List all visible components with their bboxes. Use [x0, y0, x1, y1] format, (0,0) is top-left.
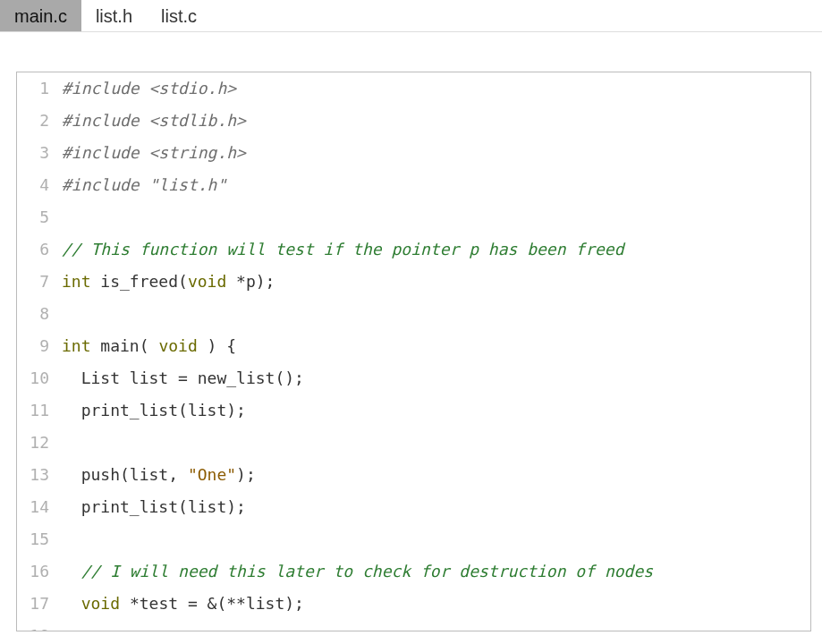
- line-number: 6: [17, 233, 58, 266]
- tab-bar: main.clist.hlist.c: [0, 0, 822, 32]
- code-content[interactable]: int is_freed(void *p);: [58, 266, 810, 298]
- code-line[interactable]: 1#include <stdio.h>: [17, 72, 810, 105]
- line-number: 17: [17, 588, 58, 620]
- line-number: 13: [17, 459, 58, 491]
- code-token: // This function will test if the pointe…: [62, 240, 624, 258]
- code-line[interactable]: 8: [17, 298, 810, 330]
- code-token: );: [236, 465, 256, 484]
- code-line[interactable]: 18: [17, 620, 810, 631]
- code-token: #include <stdio.h>: [62, 79, 236, 97]
- code-line[interactable]: 13 push(list, "One");: [17, 459, 810, 491]
- code-content[interactable]: #include <string.h>: [58, 137, 810, 169]
- code-token: [62, 562, 81, 580]
- code-line[interactable]: 15: [17, 523, 810, 555]
- code-token: #include "list.h": [62, 175, 226, 194]
- code-line[interactable]: 12: [17, 427, 810, 459]
- code-token: void: [81, 594, 120, 613]
- line-number: 8: [17, 298, 58, 330]
- line-number: 4: [17, 169, 58, 201]
- code-token: "One": [188, 465, 236, 484]
- line-number: 1: [17, 72, 58, 105]
- code-line[interactable]: 17 void *test = &(**list);: [17, 588, 810, 620]
- code-content[interactable]: int main( void ) {: [58, 330, 810, 362]
- line-number: 16: [17, 555, 58, 588]
- editor-frame: 1#include <stdio.h>2#include <stdlib.h>3…: [16, 72, 811, 631]
- code-content[interactable]: print_list(list);: [58, 491, 810, 523]
- code-token: int: [62, 336, 91, 355]
- code-token: main(: [91, 336, 159, 355]
- editor-scroll[interactable]: 1#include <stdio.h>2#include <stdlib.h>3…: [17, 72, 810, 631]
- code-token: print_list(list);: [62, 401, 246, 419]
- code-line[interactable]: 11 print_list(list);: [17, 394, 810, 427]
- tab-list-h[interactable]: list.h: [81, 0, 147, 31]
- line-number: 18: [17, 620, 58, 631]
- tab-list-c[interactable]: list.c: [147, 0, 211, 31]
- code-content[interactable]: // I will need this later to check for d…: [58, 555, 810, 588]
- code-content[interactable]: // This function will test if the pointe…: [58, 233, 810, 266]
- code-token: void: [158, 336, 197, 355]
- code-content[interactable]: print_list(list);: [58, 394, 810, 427]
- code-token: *p);: [226, 272, 275, 291]
- tab-main-c[interactable]: main.c: [0, 0, 81, 31]
- code-line[interactable]: 7int is_freed(void *p);: [17, 266, 810, 298]
- line-number: 5: [17, 201, 58, 233]
- code-token: [62, 594, 81, 613]
- code-token: void: [188, 272, 226, 291]
- code-token: int: [62, 272, 91, 291]
- code-content[interactable]: void *test = &(**list);: [58, 588, 810, 620]
- code-token: push(list,: [62, 465, 188, 484]
- code-token: // I will need this later to check for d…: [81, 562, 653, 580]
- code-token: is_freed(: [91, 272, 188, 291]
- code-token: *test = &(**list);: [120, 594, 304, 613]
- code-line[interactable]: 16 // I will need this later to check fo…: [17, 555, 810, 588]
- code-content[interactable]: List list = new_list();: [58, 362, 810, 394]
- code-content[interactable]: #include "list.h": [58, 169, 810, 201]
- line-number: 2: [17, 105, 58, 137]
- line-number: 15: [17, 523, 58, 555]
- code-token: #include <string.h>: [62, 143, 246, 162]
- code-line[interactable]: 4#include "list.h": [17, 169, 810, 201]
- code-line[interactable]: 6// This function will test if the point…: [17, 233, 810, 266]
- code-token: List list = new_list();: [62, 369, 304, 387]
- line-number: 10: [17, 362, 58, 394]
- line-number: 7: [17, 266, 58, 298]
- code-token: #include <stdlib.h>: [62, 111, 246, 130]
- code-line[interactable]: 9int main( void ) {: [17, 330, 810, 362]
- code-line[interactable]: 14 print_list(list);: [17, 491, 810, 523]
- code-line[interactable]: 2#include <stdlib.h>: [17, 105, 810, 137]
- code-content[interactable]: #include <stdlib.h>: [58, 105, 810, 137]
- code-token: ) {: [198, 336, 236, 355]
- line-number: 9: [17, 330, 58, 362]
- line-number: 3: [17, 137, 58, 169]
- line-number: 11: [17, 394, 58, 427]
- code-token: print_list(list);: [62, 497, 246, 516]
- code-line[interactable]: 10 List list = new_list();: [17, 362, 810, 394]
- code-content[interactable]: push(list, "One");: [58, 459, 810, 491]
- code-line[interactable]: 3#include <string.h>: [17, 137, 810, 169]
- line-number: 12: [17, 427, 58, 459]
- code-content[interactable]: #include <stdio.h>: [58, 72, 810, 105]
- code-line[interactable]: 5: [17, 201, 810, 233]
- line-number: 14: [17, 491, 58, 523]
